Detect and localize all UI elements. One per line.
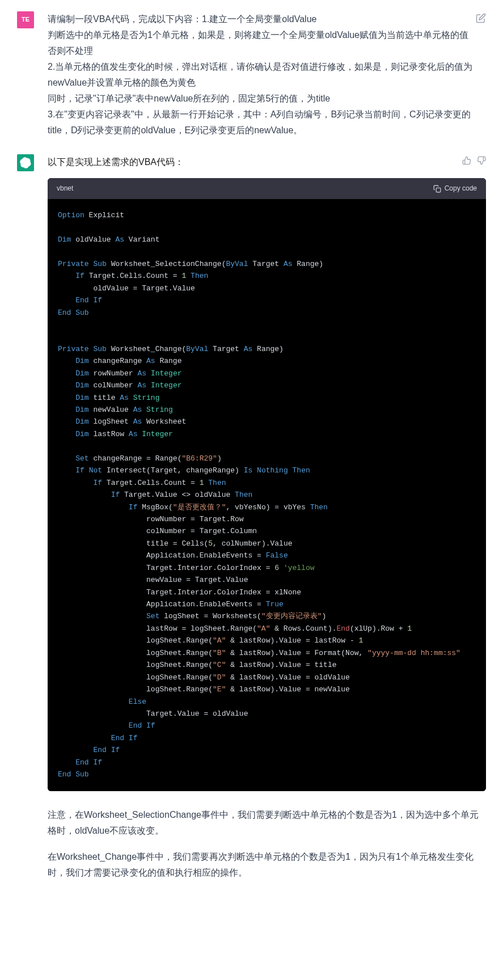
code-content[interactable]: Option Explicit Dim oldValue As Variant … [48, 199, 486, 791]
feedback-buttons [462, 154, 486, 170]
note-paragraph: 注意，在Worksheet_SelectionChange事件中，我们需要判断选… [48, 807, 486, 839]
edit-icon[interactable] [476, 12, 486, 23]
thumbs-down-icon[interactable] [477, 154, 486, 170]
code-block: vbnet Copy code Option Explicit Dim oldV… [48, 178, 486, 791]
copy-code-button[interactable]: Copy code [433, 183, 477, 195]
user-line: 否则不处理 [48, 43, 486, 59]
assistant-message: 以下是实现上述需求的VBA代码： vbnet Copy code Option … [17, 154, 486, 891]
thumbs-up-icon[interactable] [462, 154, 471, 170]
note-paragraph: 在Worksheet_Change事件中，我们需要再次判断选中单元格的个数是否为… [48, 849, 486, 881]
assistant-notes: 注意，在Worksheet_SelectionChange事件中，我们需要判断选… [48, 807, 486, 881]
user-avatar: TE [17, 11, 34, 28]
user-message-body: 请编制一段VBA代码，完成以下内容：1.建立一个全局变量oldValue 判断选… [48, 11, 486, 138]
user-line: 请编制一段VBA代码，完成以下内容：1.建立一个全局变量oldValue [48, 11, 486, 27]
code-language-label: vbnet [57, 183, 73, 195]
user-line: 2.当单元格的值发生变化的时候，弹出对话框，请你确认是否对值进行修改，如果是，则… [48, 59, 486, 91]
user-line: 3.在"变更内容记录表"中，从最新一行开始记录，其中：A列自动编号，B列记录当前… [48, 107, 486, 138]
user-line: 判断选中的单元格是否为1个单元格，如果是，则将建立一个全局变量oldValue赋… [48, 27, 486, 43]
user-line: 同时，记录"订单记录"表中newValue所在列的，固定第5行的值，为title [48, 91, 486, 107]
assistant-message-body: 以下是实现上述需求的VBA代码： vbnet Copy code Option … [48, 154, 486, 891]
code-header: vbnet Copy code [48, 178, 486, 199]
svg-rect-0 [436, 188, 441, 192]
assistant-intro: 以下是实现上述需求的VBA代码： [48, 154, 453, 170]
clipboard-icon [433, 185, 441, 193]
user-message: TE 请编制一段VBA代码，完成以下内容：1.建立一个全局变量oldValue … [17, 11, 486, 138]
copy-code-label: Copy code [445, 183, 477, 195]
assistant-avatar [17, 154, 34, 171]
